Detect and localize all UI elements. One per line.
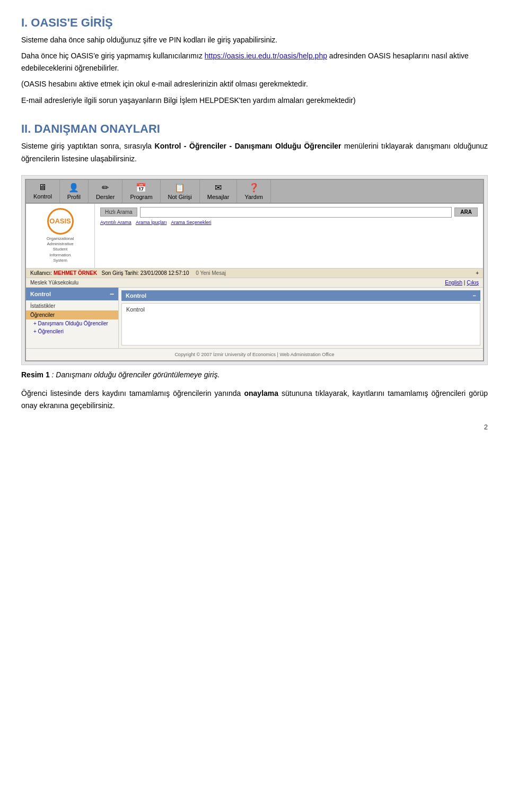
english-link[interactable]: English <box>445 280 462 286</box>
oasis-content-area: Kontrol − İstatistikler Öğrenciler + Dan… <box>26 288 483 348</box>
menu-danismaninin-ogrenciler[interactable]: + Danışmanı Olduğu Öğrenciler <box>26 319 118 327</box>
search-links: Ayrıntılı Arama Arama İpuçları Arama Seç… <box>100 220 478 225</box>
section1-para2: Daha önce hiç OASIS'e giriş yapmamış kul… <box>21 50 488 74</box>
caption-text: : Danışmanı olduğu öğrenciler görüntülem… <box>50 370 220 379</box>
nav-yardim[interactable]: ❓ Yardım <box>237 180 271 203</box>
section1-para4: E-mail adresleriyle ilgili sorun yaşayan… <box>21 94 488 106</box>
lang-area: English | Çıkış <box>445 280 479 286</box>
section1-para1: Sisteme daha önce sahip olduğunuz şifre … <box>21 34 488 46</box>
menu-ogrenciler[interactable]: Öğrenciler <box>26 310 118 319</box>
nav-notgirisi[interactable]: 📋 Not Girişi <box>161 180 200 203</box>
section1-para3: (OASIS hesabını aktive etmek için okul e… <box>21 78 488 90</box>
login-label: Son Giriş Tarihi: <box>102 270 139 276</box>
program-icon: 📅 <box>136 183 146 193</box>
menu-ogrencileri[interactable]: + Öğrencileri <box>26 327 118 335</box>
right-panel: Kontrol − Kontrol <box>119 288 483 348</box>
caption: Resim 1 : Danışmanı olduğu öğrenciler gö… <box>21 370 488 379</box>
caption-bold: Resim 1 <box>21 370 50 379</box>
user-label: Kullanıcı: <box>30 270 52 276</box>
new-message-count: 0 Yeni Mesaj <box>196 270 226 276</box>
right-panel-content: Kontrol <box>121 303 480 345</box>
notgirisi-icon: 📋 <box>174 183 185 193</box>
search-input[interactable] <box>140 207 452 218</box>
status-right: + <box>476 270 479 276</box>
user-info: Kullanıcı: MEHMET ÖRNEK Son Giriş Tarihi… <box>30 270 226 276</box>
login-date: 23/01/2008 12:57:10 <box>141 270 189 276</box>
search-button[interactable]: ARA <box>454 208 478 217</box>
oasis-navbar: 🖥 Kontrol 👤 Profil ✏ Dersler 📅 Program 📋… <box>26 180 483 203</box>
right-panel-header: Kontrol − <box>121 290 480 301</box>
exit-link[interactable]: Çıkış <box>467 280 479 286</box>
oasis-body: OASIS OrganizationalAdministrativeStuden… <box>26 203 483 268</box>
right-panel-collapse[interactable]: − <box>473 292 476 299</box>
oasis-status-bar: Kullanıcı: MEHMET ÖRNEK Son Giriş Tarihi… <box>26 268 483 278</box>
oasis-interface: 🖥 Kontrol 👤 Profil ✏ Dersler 📅 Program 📋… <box>25 179 484 361</box>
left-panel-header: Kontrol − <box>26 288 118 300</box>
nav-dersler[interactable]: ✏ Dersler <box>89 180 122 203</box>
dersler-icon: ✏ <box>102 183 109 193</box>
nav-kontrol[interactable]: 🖥 Kontrol <box>26 180 60 203</box>
oasis-logo-text: OrganizationalAdministrativeStudentInfor… <box>47 236 74 264</box>
nav-mesajlar[interactable]: ✉ Mesajlar <box>200 180 238 203</box>
oasis-search-area: Hızlı Arama ARA Ayrıntılı Arama Arama İp… <box>95 204 483 268</box>
search-row: Hızlı Arama ARA <box>100 207 478 218</box>
kontrol-icon: 🖥 <box>38 183 47 192</box>
search-label: Hızlı Arama <box>100 208 137 217</box>
left-panel: Kontrol − İstatistikler Öğrenciler + Dan… <box>26 288 119 348</box>
oasis-logo-area: OASIS OrganizationalAdministrativeStuden… <box>26 204 95 268</box>
search-tips-link[interactable]: Arama İpuçları <box>136 220 167 225</box>
section1-title: I. OASIS'E GİRİŞ <box>21 16 488 30</box>
mesajlar-icon: ✉ <box>215 183 222 193</box>
username: MEHMET ÖRNEK <box>54 270 97 276</box>
oasis-logo: OASIS <box>47 208 74 235</box>
nav-profil[interactable]: 👤 Profil <box>60 180 89 203</box>
screenshot-container: 🖥 Kontrol 👤 Profil ✏ Dersler 📅 Program 📋… <box>21 175 488 365</box>
oasis-footer: Copyright © 2007 İzmir University of Eco… <box>26 348 483 360</box>
left-panel-collapse[interactable]: − <box>110 290 114 298</box>
page-number: 2 <box>21 423 488 431</box>
profil-icon: 👤 <box>68 183 79 193</box>
section3-para: Öğrenci listesinde ders kaydını tamamlam… <box>21 387 488 413</box>
search-options-link[interactable]: Arama Seçenekleri <box>171 220 211 225</box>
advanced-search-link[interactable]: Ayrıntılı Arama <box>100 220 131 225</box>
section2-para1: Sisteme giriş yaptıktan sonra, sırasıyla… <box>21 140 488 166</box>
oasis-help-link[interactable]: https://oasis.ieu.edu.tr/oasis/help.php <box>205 51 327 60</box>
section2-title: II. DANIŞMAN ONAYLARI <box>21 122 488 136</box>
menu-istatistikler[interactable]: İstatistikler <box>26 301 118 310</box>
yardim-icon: ❓ <box>249 183 259 193</box>
nav-program[interactable]: 📅 Program <box>122 180 160 203</box>
school-label: Meslek Yüksekokulu <box>30 280 78 286</box>
